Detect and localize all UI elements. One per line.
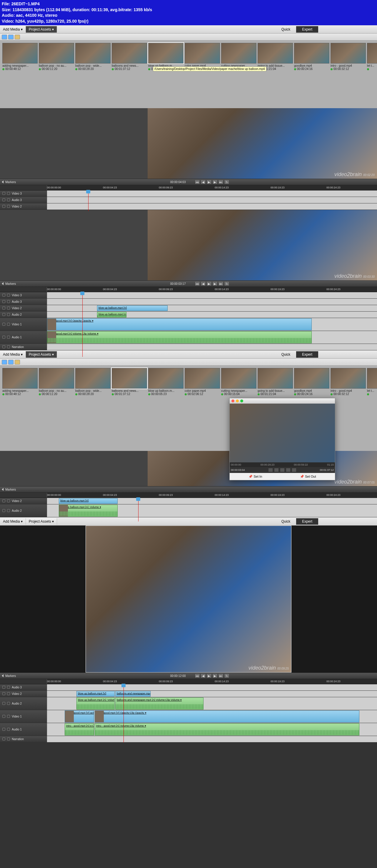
timeline-clip[interactable]: blow up balloon.mp4 [V] [59,498,118,504]
track-header[interactable]: Audio 1 [0,331,47,344]
bin-thumbnail[interactable]: let t... [367,368,377,396]
track-header[interactable]: Video 3 [0,292,47,298]
bin-thumbnail[interactable]: balloons and news...00:01:37:12 [112,368,147,396]
bin-thumbnail[interactable]: intro - good.mp400:00:32:12 [330,368,366,396]
track-header[interactable]: Narration [0,736,47,742]
track-header[interactable]: Audio 3 [0,197,47,203]
step-back-icon[interactable] [274,468,279,472]
add-media-button[interactable]: Add Media ▾ [0,351,26,358]
timeline-clip[interactable]: blow up balloon.mp4 [A] [97,312,126,317]
add-media-button[interactable]: Add Media ▾ [0,518,26,525]
track-header[interactable]: Audio 1 [0,723,47,736]
project-assets-button[interactable]: Project Assets ▾ [26,518,57,525]
track-lane[interactable]: intro - good.mp4 [A] e:Clip Volumeintro … [47,723,377,736]
track-lane[interactable]: intro - good.mp4 [V] acity:Opacity ▾intr… [47,710,377,723]
track-lane[interactable] [47,344,377,350]
tab-quick[interactable]: Quick [276,26,296,33]
playhead-icon[interactable] [86,190,90,193]
close-icon[interactable] [231,400,234,402]
track-lane[interactable]: intro - good.mp4 [A] Volume:Clip Volume … [47,331,377,344]
bin-thumbnail[interactable]: goodbye.mp400:00:24:16 [294,368,329,396]
add-media-button[interactable]: Add Media ▾ [0,26,26,33]
goto-end-icon[interactable] [292,468,296,472]
track-header[interactable]: Audio 2 [0,312,47,318]
timeline-clip[interactable]: blow up balloon.mp4 [A] :Volume ▾ [59,505,118,517]
timeline-clip[interactable]: balloons and newspaper.mp4 [A] Volume:Cl… [115,698,203,710]
timeline-clip[interactable]: blow up balloon.mp4 [V] [97,305,168,311]
track-lane[interactable] [47,292,377,298]
filter-icon[interactable] [15,35,20,39]
track-header[interactable]: Audio 3 [0,684,47,690]
track-header[interactable]: Audio 2 [0,697,47,710]
set-in-button[interactable]: 📌 Set In [249,475,262,478]
bin-thumbnail[interactable]: balloon pop - wide...00:00:28:20 [75,368,111,396]
bin-thumbnail[interactable]: blow up balloon.m...00:00:05:23 [148,368,183,396]
step-fwd-icon[interactable]: ▶ [213,180,217,184]
collapse-icon[interactable] [2,181,3,183]
track-header[interactable]: Video 2 [0,204,47,210]
track-lane[interactable]: blow up balloon.mp4 [A] [47,312,377,318]
track-header[interactable]: Video 3 [0,190,47,197]
tab-quick[interactable]: Quick [276,351,296,358]
scrub-bar[interactable]: 00:00:0000:00:29:2300:00:59:2201:15 [230,462,335,467]
tab-expert[interactable]: Expert [296,351,318,358]
timeline-clip[interactable]: intro - good.mp4 [A] e:Clip Volume [65,723,94,736]
bin-thumbnail[interactable]: balloon pop - no au...00:00:11:20 [39,368,74,396]
track-lane[interactable]: blow up balloon.mp4 [V] [47,498,377,504]
track-lane[interactable] [47,190,377,197]
track-header[interactable]: Audio 2 [0,504,47,517]
track-header[interactable]: Video 1 [0,710,47,723]
timeline-clip[interactable]: balloons and newspaper.mp4 [V] [115,691,151,696]
bin-thumbnail[interactable]: intro - good.mp400:00:32:12 [330,43,366,70]
project-assets-button[interactable]: Project Assets ▾ [26,351,57,358]
loop-icon[interactable]: ↻ [225,180,229,184]
timeline-ruler[interactable]: 00:00:00:0000:00:04:2300:00:09:2300:00:1… [0,185,377,190]
source-monitor-window[interactable]: 00:00:0000:00:29:2300:00:59:2201:15 00:0… [229,398,335,480]
bin-thumbnail[interactable]: let t... [367,43,377,70]
timeline-clip[interactable]: blow up balloon.mp4 [V] [77,691,115,696]
play-icon[interactable]: ▶ [207,180,211,184]
goto-start-icon[interactable] [268,468,272,472]
track-lane[interactable] [47,204,377,210]
track-header[interactable]: Audio 3 [0,299,47,305]
bin-thumbnail[interactable]: adding newspaper...00:00:48:12 [2,43,38,70]
bin-thumbnail[interactable]: balloon pop - wide...00:00:28:20 [75,43,111,70]
track-lane[interactable] [47,197,377,203]
track-lane[interactable] [47,299,377,305]
tab-expert[interactable]: Expert [296,26,318,33]
play-icon[interactable] [280,468,284,472]
timeline-clip[interactable]: intro - good.mp4 [V] Opacity:Clip Opacit… [95,710,359,722]
timeline-clip[interactable]: intro - good.mp4 [V] Opacity:Opacity ▾ [47,318,312,331]
track-lane[interactable]: blow up balloon.mp4 [A] :Volume ▾ [47,504,377,517]
minimize-icon[interactable] [236,400,239,402]
timeline-clip[interactable]: blow up balloon.mp4 [A] :Volume ▾ [77,698,115,710]
bin-thumbnail[interactable]: color paper.mp400:02:06:12 [185,368,220,396]
grid-view-icon[interactable] [2,35,7,39]
timeline-clip[interactable]: intro - good.mp4 [A] Volume:Clip Volume … [47,331,312,343]
bin-thumbnail[interactable]: balloon pop - no au...00:00:11:20 [39,43,74,70]
bin-thumbnail[interactable]: goodbye.mp400:00:24:16 [294,43,329,70]
step-fwd-icon[interactable] [286,468,290,472]
track-header[interactable]: Video 1 [0,318,47,331]
track-header[interactable]: Narration [0,344,47,350]
timeline-clip[interactable]: intro - good.mp4 [V] acity:Opacity ▾ [65,710,94,722]
track-lane[interactable]: blow up balloon.mp4 [V] [47,305,377,311]
list-view-icon[interactable] [8,35,13,39]
bin-thumbnail[interactable]: balloons and news...00:01:37:12 [112,43,147,70]
track-lane[interactable] [47,736,377,742]
track-lane[interactable] [47,684,377,690]
goto-end-icon[interactable]: ⏭ [219,180,223,184]
track-header[interactable]: Video 2 [0,305,47,311]
bin-thumbnail[interactable]: going to add tissue...00:01:21:04 [258,368,293,396]
timeline-clip[interactable]: intro - good.mp4 [A] Volume:Clip Volume … [95,723,359,736]
track-lane[interactable]: intro - good.mp4 [V] Opacity:Opacity ▾ [47,318,377,331]
bin-thumbnail[interactable]: adding newspaper...00:00:48:12 [2,368,38,396]
track-lane[interactable]: blow up balloon.mp4 [A] :Volume ▾balloon… [47,697,377,710]
collapse-icon[interactable] [2,282,3,285]
goto-start-icon[interactable]: ⏮ [195,180,199,184]
track-lane[interactable]: blow up balloon.mp4 [V]balloons and news… [47,691,377,697]
step-back-icon[interactable]: ◀ [201,180,205,184]
set-out-button[interactable]: 📌 Set Out [300,475,316,478]
playhead-icon[interactable] [80,291,84,295]
project-assets-button[interactable]: Project Assets ▾ [26,26,57,33]
